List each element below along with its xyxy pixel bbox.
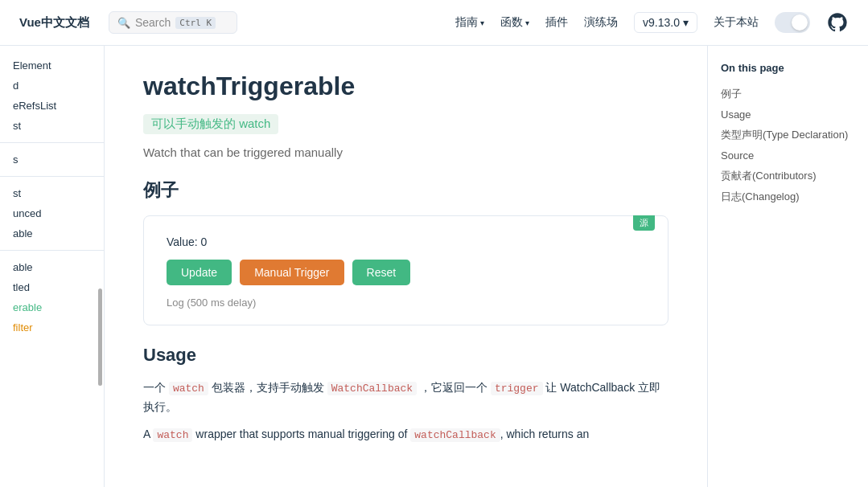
usage-para2-text2: wrapper that supports manual triggering …	[192, 428, 410, 440]
subtitle-badge: 可以手动触发的 watch	[143, 114, 278, 134]
sidebar-item-s[interactable]: s	[0, 149, 104, 170]
sidebar-item-able1[interactable]: able	[0, 223, 104, 244]
section-usage-title: Usage	[143, 345, 668, 366]
subtitle-text: Watch that can be triggered manually	[143, 145, 668, 159]
usage-para1: 一个 watch 包装器，支持手动触发 WatchCallback ，它返回一个…	[143, 379, 668, 417]
nav-item-guide[interactable]: 指南	[455, 15, 484, 30]
usage-code-watchcallback: WatchCallback	[327, 382, 417, 395]
header: Vue中文文档 🔍 Search Ctrl K 指南 函数 插件 演练场 v9.…	[0, 0, 868, 46]
theme-toggle-circle	[792, 14, 808, 31]
manual-trigger-button[interactable]: Manual Trigger	[240, 260, 343, 285]
sidebar-divider-3	[0, 250, 104, 251]
demo-tag: 源	[633, 215, 655, 231]
toc-title: On this page	[721, 62, 855, 74]
sidebar-item-able2[interactable]: able	[0, 257, 104, 277]
site-logo: Vue中文文档	[19, 15, 89, 31]
update-button[interactable]: Update	[167, 260, 232, 285]
version-label: v9.13.0	[643, 16, 680, 29]
github-icon[interactable]	[826, 11, 849, 34]
page-title: watchTriggerable	[143, 72, 668, 101]
usage-para2-text3: , which returns an	[500, 428, 590, 440]
toc-item-source[interactable]: Source	[721, 145, 855, 166]
toc-item-type[interactable]: 类型声明(Type Declaration)	[721, 125, 855, 145]
usage-text-mid2: ，它返回一个	[417, 381, 491, 394]
scroll-track	[97, 46, 102, 487]
toc-item-usage[interactable]: Usage	[721, 104, 855, 125]
sidebar-item-filter[interactable]: filter	[0, 317, 104, 338]
nav-item-plugin[interactable]: 插件	[545, 15, 568, 30]
sidebar-item-element[interactable]: Element	[0, 55, 104, 76]
usage-code-watch2: watch	[153, 428, 192, 442]
search-icon: 🔍	[117, 17, 130, 29]
sidebar-item-d[interactable]: d	[0, 76, 104, 96]
nav-item-version[interactable]: v9.13.0 ▾	[634, 12, 697, 33]
sidebar-item-unced[interactable]: unced	[0, 203, 104, 223]
usage-code-trigger: trigger	[491, 382, 543, 395]
search-label: Search	[135, 16, 171, 29]
toc-item-contributors[interactable]: 贡献者(Contributors)	[721, 166, 855, 186]
sidebar: Element d eRefsList st s st unced able a…	[0, 46, 105, 347]
demo-btn-row: Update Manual Trigger Reset	[167, 260, 645, 285]
sidebar-item-erefslist[interactable]: eRefsList	[0, 96, 104, 116]
sidebar-divider-1	[0, 142, 104, 143]
log-text: Log (500 ms delay)	[167, 297, 645, 309]
nav-item-functions[interactable]: 函数	[500, 15, 529, 30]
toc-sidebar: On this page 例子 Usage 类型声明(Type Declarat…	[707, 46, 868, 487]
scroll-thumb	[98, 289, 102, 386]
sidebar-divider-2	[0, 176, 104, 177]
usage-text-mid: 包装器，支持手动触发	[208, 381, 327, 394]
main-content: watchTriggerable 可以手动触发的 watch Watch tha…	[105, 46, 707, 487]
section-example-title: 例子	[143, 178, 668, 203]
theme-toggle-button[interactable]	[775, 12, 810, 33]
usage-text-pre: 一个	[143, 381, 169, 394]
sidebar-wrapper: Element d eRefsList st s st unced able a…	[0, 46, 105, 487]
demo-box: 源 Value: 0 Update Manual Trigger Reset L…	[143, 215, 668, 325]
sidebar-item-tled[interactable]: tled	[0, 277, 104, 297]
nav-item-about[interactable]: 关于本站	[714, 15, 759, 30]
usage-code-watchcb2: watchCallback	[410, 428, 500, 442]
reset-button[interactable]: Reset	[352, 260, 411, 285]
usage-code-watch: watch	[169, 382, 208, 395]
usage-para2: A watch wrapper that supports manual tri…	[143, 425, 668, 444]
toc-item-changelog[interactable]: 日志(Changelog)	[721, 186, 855, 207]
demo-value: Value: 0	[167, 235, 645, 248]
sidebar-item-st1[interactable]: st	[0, 116, 104, 136]
sidebar-item-st2[interactable]: st	[0, 183, 104, 203]
search-bar[interactable]: 🔍 Search Ctrl K	[109, 11, 237, 34]
usage-para2-text: A	[143, 428, 153, 440]
main-nav: 指南 函数 插件 演练场 v9.13.0 ▾ 关于本站	[455, 11, 849, 34]
sidebar-item-erable[interactable]: erable	[0, 297, 104, 317]
toc-item-example[interactable]: 例子	[721, 84, 855, 104]
app-container: Vue中文文档 🔍 Search Ctrl K 指南 函数 插件 演练场 v9.…	[0, 0, 868, 487]
search-kbd: Ctrl K	[175, 17, 216, 29]
nav-item-playground[interactable]: 演练场	[584, 15, 618, 30]
body-container: Element d eRefsList st s st unced able a…	[0, 46, 868, 487]
version-chevron-icon: ▾	[683, 16, 689, 29]
